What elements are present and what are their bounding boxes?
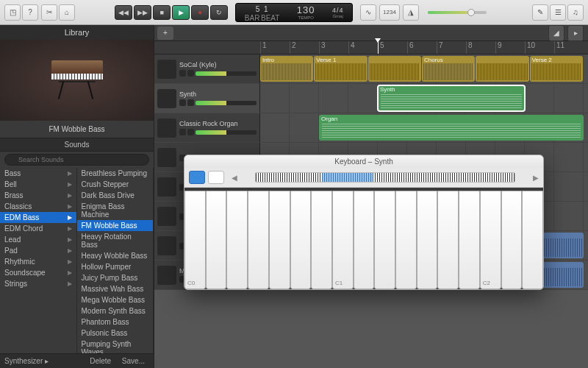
region[interactable]: [368, 56, 421, 82]
track-row[interactable]: SynthSynth: [154, 84, 588, 113]
record-button[interactable]: ●: [191, 5, 209, 20]
white-key[interactable]: [226, 191, 248, 289]
snap-icon[interactable]: ⌂: [59, 4, 75, 21]
media-icon[interactable]: ♫: [567, 4, 584, 21]
category-item[interactable]: EDM Chord▶: [0, 223, 76, 234]
stop-button[interactable]: ■: [153, 5, 171, 20]
mute-button[interactable]: [179, 70, 186, 77]
preset-item[interactable]: Pumping Synth Waves: [77, 339, 154, 353]
track-row[interactable]: SoCal (Kyle)IntroVerse 1ChorusVerse 2: [154, 54, 588, 84]
lcd-display[interactable]: 5 1BAR BEAT 130TEMPO 4/4Gmaj: [235, 3, 353, 22]
loops-icon[interactable]: ☰: [550, 4, 566, 21]
region[interactable]: Intro: [260, 56, 313, 82]
white-key[interactable]: [459, 191, 480, 289]
region[interactable]: Verse 1: [314, 56, 367, 82]
save-button[interactable]: Save...: [118, 355, 149, 367]
region[interactable]: [476, 56, 528, 82]
region[interactable]: Organ: [319, 115, 584, 141]
category-item[interactable]: Classics▶: [0, 201, 76, 212]
white-key[interactable]: C1: [332, 191, 354, 289]
keyboard-mode-button[interactable]: [189, 171, 205, 184]
white-key[interactable]: [269, 191, 290, 289]
white-key[interactable]: [248, 191, 269, 289]
preset-item[interactable]: Enigma Bass Machine: [77, 201, 154, 220]
mute-button[interactable]: [179, 99, 186, 106]
white-key[interactable]: C0: [184, 191, 206, 289]
category-item[interactable]: Bass▶: [0, 168, 76, 179]
metronome-icon[interactable]: ◮: [403, 4, 419, 21]
solo-button[interactable]: [187, 70, 194, 77]
volume-meter[interactable]: [196, 71, 257, 76]
search-input[interactable]: [4, 154, 149, 166]
footer-category: Synthesizer ▸: [4, 357, 49, 365]
help-icon[interactable]: ?: [22, 4, 38, 21]
white-key[interactable]: C2: [480, 191, 501, 289]
track-lane[interactable]: Organ: [260, 113, 588, 142]
catch-icon[interactable]: ▸: [567, 25, 584, 41]
preset-item[interactable]: Mega Wobble Bass: [77, 294, 154, 305]
white-key[interactable]: [206, 191, 227, 289]
preset-item[interactable]: Heavy Wobble Bass: [77, 250, 154, 261]
musical-typing-window[interactable]: Keyboard – Synth ◀ ▶ C0C1C2: [184, 155, 544, 290]
notepad-icon[interactable]: ✎: [532, 4, 548, 21]
typing-mode-button[interactable]: [208, 171, 224, 184]
region[interactable]: Verse 2: [530, 56, 583, 82]
category-item[interactable]: Brass▶: [0, 190, 76, 201]
automation-icon[interactable]: ◢: [548, 25, 564, 41]
sounds-tab[interactable]: Sounds: [0, 138, 154, 152]
piano-keyboard[interactable]: C0C1C2: [184, 188, 543, 289]
cycle-button[interactable]: ↻: [210, 5, 228, 20]
play-button[interactable]: ▶: [172, 5, 190, 20]
preset-item[interactable]: Crush Stepper: [77, 179, 154, 190]
timeline-ruler[interactable]: 1234567891011: [260, 41, 588, 54]
category-item[interactable]: Pad▶: [0, 245, 76, 256]
white-key[interactable]: [522, 191, 543, 289]
category-item[interactable]: Rhythmic▶: [0, 256, 76, 267]
preset-item[interactable]: Dark Bass Drive: [77, 190, 154, 201]
preset-item[interactable]: Modern Synth Bass: [77, 305, 154, 316]
delete-button[interactable]: Delete: [85, 355, 115, 367]
count-in-button[interactable]: 1234: [379, 4, 400, 21]
rewind-button[interactable]: ◀◀: [115, 5, 132, 20]
library-toggle-icon[interactable]: ◳: [4, 4, 21, 21]
white-key[interactable]: [354, 191, 375, 289]
category-item[interactable]: Strings▶: [0, 278, 76, 289]
scissors-icon[interactable]: ✂: [41, 4, 57, 21]
volume-meter[interactable]: [196, 101, 257, 105]
preset-item[interactable]: Hollow Pumper: [77, 261, 154, 272]
white-key[interactable]: [290, 191, 312, 289]
preset-column[interactable]: Breathless PumpingCrush StepperDark Bass…: [77, 168, 154, 353]
tuner-icon[interactable]: ∿: [360, 4, 376, 21]
preset-item[interactable]: Heavy Rotation Bass: [77, 231, 154, 250]
track-lane[interactable]: Synth: [260, 84, 588, 113]
track-row[interactable]: Classic Rock OrganOrgan: [154, 113, 588, 143]
region[interactable]: Chorus: [422, 56, 475, 82]
category-item[interactable]: Soundscape▶: [0, 267, 76, 278]
white-key[interactable]: [417, 191, 438, 289]
white-key[interactable]: [501, 191, 523, 289]
master-volume-slider[interactable]: [428, 11, 487, 14]
preset-item[interactable]: Pulsonic Bass: [77, 328, 154, 339]
preset-item[interactable]: FM Wobble Bass: [77, 220, 154, 231]
category-item[interactable]: EDM Bass▶: [0, 212, 76, 223]
white-key[interactable]: [437, 191, 459, 289]
solo-button[interactable]: [187, 99, 194, 106]
preset-item[interactable]: Breathless Pumping: [77, 168, 154, 179]
category-item[interactable]: Bell▶: [0, 179, 76, 190]
white-key[interactable]: [395, 191, 417, 289]
preset-item[interactable]: Juicy Pump Bass: [77, 272, 154, 283]
category-item[interactable]: Lead▶: [0, 234, 76, 245]
white-key[interactable]: [311, 191, 332, 289]
solo-button[interactable]: [187, 129, 194, 135]
category-column[interactable]: Bass▶Bell▶Brass▶Classics▶EDM Bass▶EDM Ch…: [0, 168, 77, 353]
forward-button[interactable]: ▶▶: [134, 5, 151, 20]
preset-item[interactable]: Phantom Bass: [77, 316, 154, 328]
region[interactable]: Synth: [378, 85, 525, 111]
white-key[interactable]: [374, 191, 395, 289]
volume-meter[interactable]: [196, 130, 257, 135]
mute-button[interactable]: [179, 129, 186, 135]
track-lane[interactable]: IntroVerse 1ChorusVerse 2: [260, 54, 588, 83]
keyboard-range-strip[interactable]: [255, 172, 515, 183]
add-track-button[interactable]: +: [157, 26, 173, 40]
preset-item[interactable]: Massive Wah Bass: [77, 283, 154, 294]
